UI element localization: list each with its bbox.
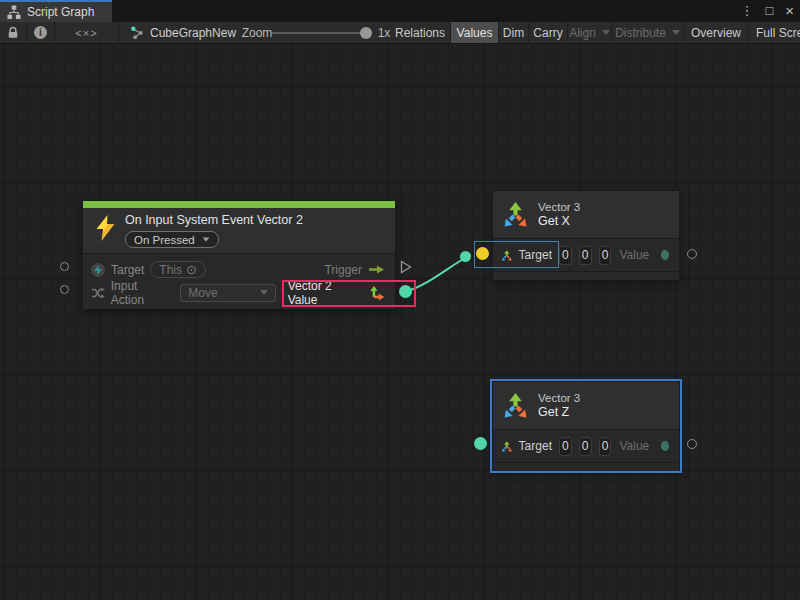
zoom-slider-handle[interactable] [360,27,372,39]
graph-asset-icon [128,22,146,43]
dim-button[interactable]: Dim [499,22,528,43]
x-input[interactable]: 0 [559,246,572,265]
value-port-dimmed [661,441,669,451]
overview-button[interactable]: Overview [685,22,747,43]
tab-script-graph[interactable]: Script Graph [0,0,112,22]
graph-name[interactable]: CubeGraphNew [150,22,240,43]
node-title: Get X [538,214,580,229]
tab-title: Script Graph [27,5,94,19]
zoom-label: Zoom [242,22,272,43]
event-input-port-1[interactable] [60,262,69,271]
info-button[interactable]: i [27,22,54,43]
window-tab-bar: Script Graph ⋮ □ × [0,0,800,22]
vector3-icon [502,392,529,419]
value-port-dimmed [661,250,669,260]
carry-button[interactable]: Carry [529,22,567,43]
get-x-value-port[interactable] [687,249,697,259]
full-screen-button[interactable]: Full Screen [748,22,800,43]
relations-button[interactable]: Relations [390,22,450,43]
chevron-down-icon [602,30,610,35]
event-accent-bar [83,201,395,208]
node-vector3-get-z[interactable]: Vector 3 Get Z Target 0 0 0 Value [492,381,680,471]
node-category: Vector 3 [538,391,580,405]
trigger-arrow-icon [368,264,385,275]
z-input[interactable]: 0 [599,246,612,265]
lock-button[interactable] [0,22,26,43]
event-target-icon [91,263,105,277]
node-vector3-get-x[interactable]: Vector 3 Get X Target 0 0 0 Value [492,190,680,280]
trigger-label: Trigger [324,263,362,277]
code-icon: <×> [75,27,97,39]
get-z-target-row: Target 0 0 0 Value [493,429,679,462]
trigger-exec-port[interactable] [400,260,412,274]
x-input[interactable]: 0 [559,437,572,456]
target-symbol-icon: ⊙ [186,262,197,277]
node-on-input-system-event-vector2[interactable]: On Input System Event Vector 2 On Presse… [82,200,396,309]
menu-icon[interactable]: ⋮ [740,0,753,22]
vector2-output-port[interactable] [399,285,412,298]
vector2-icon [369,285,385,301]
lock-icon [7,26,19,39]
connection-wire [0,44,800,600]
values-button[interactable]: Values [451,22,498,43]
y-input[interactable]: 0 [579,246,592,265]
event-mode-dropdown[interactable]: On Pressed [125,231,219,248]
input-action-icon [91,286,105,300]
distribute-button[interactable]: Distribute [612,22,683,43]
get-z-target-port[interactable] [474,437,487,450]
graph-canvas[interactable]: On Input System Event Vector 2 On Presse… [0,44,800,600]
input-action-dropdown[interactable]: Move [180,284,275,302]
chevron-down-icon [672,30,680,35]
zoom-slider-track[interactable] [272,32,368,34]
get-x-target-port[interactable] [476,247,489,260]
maximize-icon[interactable]: □ [765,0,773,22]
vector3-icon [501,439,513,454]
target-value-field[interactable]: This ⊙ [150,261,206,278]
lightning-icon [95,215,116,241]
wire-endpoint-dot [460,251,471,262]
event-input-action-row: Input Action Move Vector 2 Value [83,281,395,304]
y-input[interactable]: 0 [579,437,592,456]
graph-toolbar: i <×> CubeGraphNew Zoom 1x Relations Val… [0,22,800,44]
vector3-icon [501,248,513,263]
script-graph-icon [7,5,21,19]
event-input-port-2[interactable] [60,285,69,294]
node-category: Vector 3 [538,200,580,214]
vector3-icon [502,201,529,228]
align-button[interactable]: Align [568,22,611,43]
info-icon: i [34,26,47,39]
chevron-down-icon [202,237,209,241]
close-icon[interactable]: × [785,0,794,22]
chevron-down-icon [260,290,268,295]
vector2-value-label: Vector 2 Value [288,279,364,307]
node-title: On Input System Event Vector 2 [125,213,303,228]
get-z-value-port[interactable] [687,439,697,449]
code-view-button[interactable]: <×> [55,22,118,43]
get-x-target-row: Target 0 0 0 Value [493,238,679,271]
node-title: Get Z [538,405,580,420]
z-input[interactable]: 0 [599,437,612,456]
